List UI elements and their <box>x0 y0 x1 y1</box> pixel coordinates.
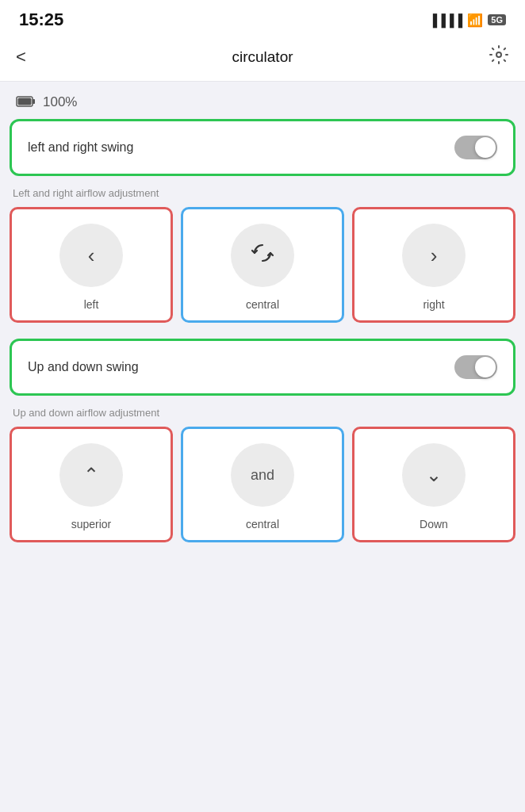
chevron-up-icon: ⌃ <box>83 464 99 486</box>
up-down-airflow-section: Up and down airflow adjustment ⌃ superio… <box>10 407 515 542</box>
airflow-up-button[interactable]: ⌃ superior <box>10 427 173 542</box>
airflow-central-label: central <box>246 298 279 311</box>
airflow-up-label: superior <box>71 518 112 530</box>
chevron-left-icon: ‹ <box>88 243 95 268</box>
wifi-icon: 📶 <box>467 13 483 28</box>
up-down-swing-toggle[interactable] <box>454 355 497 379</box>
battery-icon <box>16 93 36 111</box>
left-right-swing-label: left and right swing <box>28 140 133 155</box>
toggle-knob <box>475 137 496 158</box>
airflow-up-circle: ⌃ <box>59 443 123 507</box>
airflow-down-label: Down <box>420 518 448 530</box>
airflow-central-button[interactable]: central <box>181 207 344 323</box>
svg-rect-2 <box>18 98 32 105</box>
left-right-swing-toggle[interactable] <box>454 136 497 159</box>
airflow-right-label: right <box>423 298 444 311</box>
airflow-updown-central-label: central <box>246 518 279 530</box>
battery-percent: 100% <box>43 94 77 110</box>
svg-point-0 <box>496 52 501 57</box>
airflow-right-circle: › <box>402 224 466 287</box>
airflow-down-circle: ⌄ <box>402 443 466 507</box>
airflow-updown-central-button[interactable]: and central <box>181 427 344 542</box>
network-badge: 5G <box>488 14 506 25</box>
left-right-airflow-section: Left and right airflow adjustment ‹ left <box>10 187 515 323</box>
up-down-airflow-grid: ⌃ superior and central ⌄ Down <box>10 427 515 542</box>
svg-rect-3 <box>33 99 35 104</box>
chevron-down-icon: ⌄ <box>426 464 442 486</box>
chevron-right-icon: › <box>431 243 438 268</box>
airflow-left-label: left <box>84 298 99 311</box>
signal-icon: ▐▐▐▐ <box>429 13 463 27</box>
back-button[interactable]: < <box>16 47 44 67</box>
rotate-icon <box>251 241 274 270</box>
airflow-down-button[interactable]: ⌄ Down <box>352 427 515 542</box>
status-icons: ▐▐▐▐ 📶 5G <box>429 13 506 28</box>
settings-button[interactable] <box>481 44 509 70</box>
page-title: circulator <box>232 48 293 66</box>
up-down-section-title: Up and down airflow adjustment <box>10 407 515 419</box>
toggle-knob-2 <box>475 357 496 377</box>
battery-row: 100% <box>0 82 525 119</box>
airflow-left-button[interactable]: ‹ left <box>10 207 173 323</box>
left-right-swing-card: left and right swing <box>10 119 515 176</box>
nav-bar: < circulator <box>0 36 525 82</box>
up-down-swing-label: Up and down swing <box>28 360 139 374</box>
up-down-swing-card: Up and down swing <box>10 339 515 396</box>
airflow-central-circle <box>231 224 294 287</box>
left-right-airflow-grid: ‹ left central <box>10 207 515 323</box>
main-content: left and right swing Left and right airf… <box>0 119 525 542</box>
airflow-right-button[interactable]: › right <box>352 207 515 323</box>
updown-central-icon: and <box>251 467 274 484</box>
airflow-updown-central-circle: and <box>231 443 294 507</box>
status-time: 15:25 <box>19 10 63 30</box>
left-right-section-title: Left and right airflow adjustment <box>10 187 515 199</box>
airflow-left-circle: ‹ <box>59 224 123 287</box>
status-bar: 15:25 ▐▐▐▐ 📶 5G <box>0 0 525 36</box>
